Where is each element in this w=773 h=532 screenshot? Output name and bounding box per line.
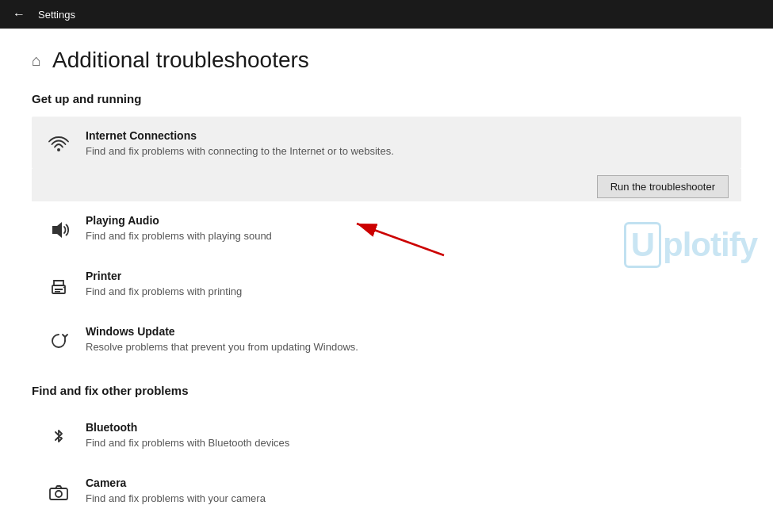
run-button-row: Run the troubleshooter	[32, 169, 741, 201]
troubleshooter-item-windows-update[interactable]: Windows Update Resolve problems that pre…	[32, 312, 741, 368]
printer-icon	[44, 271, 73, 300]
camera-title: Camera	[86, 477, 729, 489]
svg-point-5	[63, 287, 65, 289]
svg-marker-1	[52, 222, 62, 238]
content-area: ⌂ Additional troubleshooters Get up and …	[0, 29, 773, 532]
svg-point-8	[55, 491, 62, 497]
printer-title: Printer	[86, 270, 729, 282]
svg-rect-3	[55, 289, 63, 290]
svg-rect-7	[50, 488, 67, 499]
camera-content: Camera Find and fix problems with your c…	[86, 477, 729, 506]
section-header-find-fix-other: Find and fix other problems	[32, 384, 741, 397]
run-troubleshooter-button[interactable]: Run the troubleshooter	[597, 175, 729, 198]
camera-description: Find and fix problems with your camera	[86, 492, 729, 506]
bluetooth-icon	[44, 423, 73, 451]
watermark: Uplotify	[624, 222, 757, 268]
troubleshooter-item-bluetooth[interactable]: Bluetooth Find and fix problems with Blu…	[32, 408, 741, 464]
bluetooth-title: Bluetooth	[86, 421, 729, 434]
windows-update-icon	[44, 327, 73, 355]
troubleshooter-item-camera[interactable]: Camera Find and fix problems with your c…	[32, 464, 741, 519]
page-header: ⌂ Additional troubleshooters	[32, 48, 741, 73]
title-bar-text: Settings	[38, 9, 75, 21]
windows-update-description: Resolve problems that prevent you from u…	[86, 340, 729, 354]
windows-update-content: Windows Update Resolve problems that pre…	[86, 325, 729, 354]
playing-audio-icon	[44, 216, 73, 244]
windows-update-title: Windows Update	[86, 325, 729, 338]
internet-connections-content: Internet Connections Find and fix proble…	[86, 129, 729, 159]
bluetooth-content: Bluetooth Find and fix problems with Blu…	[86, 421, 729, 450]
title-bar: ← Settings	[0, 0, 773, 29]
camera-icon	[44, 478, 73, 507]
svg-rect-4	[55, 291, 60, 293]
home-icon: ⌂	[32, 52, 41, 70]
internet-connections-title: Internet Connections	[86, 129, 729, 142]
internet-connections-description: Find and fix problems with connecting to…	[86, 144, 729, 159]
back-button[interactable]: ←	[10, 5, 29, 24]
internet-connections-icon	[44, 131, 73, 159]
svg-point-0	[57, 148, 60, 151]
page-title: Additional troubleshooters	[52, 48, 309, 73]
bluetooth-description: Find and fix problems with Bluetooth dev…	[86, 436, 729, 450]
section-find-fix-other: Find and fix other problems Bluetooth Fi…	[32, 384, 741, 519]
printer-content: Printer Find and fix problems with print…	[86, 270, 729, 299]
troubleshooter-item-internet-connections[interactable]: Internet Connections Find and fix proble…	[32, 117, 741, 169]
section-header-get-up-running: Get up and running	[32, 92, 741, 105]
printer-description: Find and fix problems with printing	[86, 285, 729, 299]
